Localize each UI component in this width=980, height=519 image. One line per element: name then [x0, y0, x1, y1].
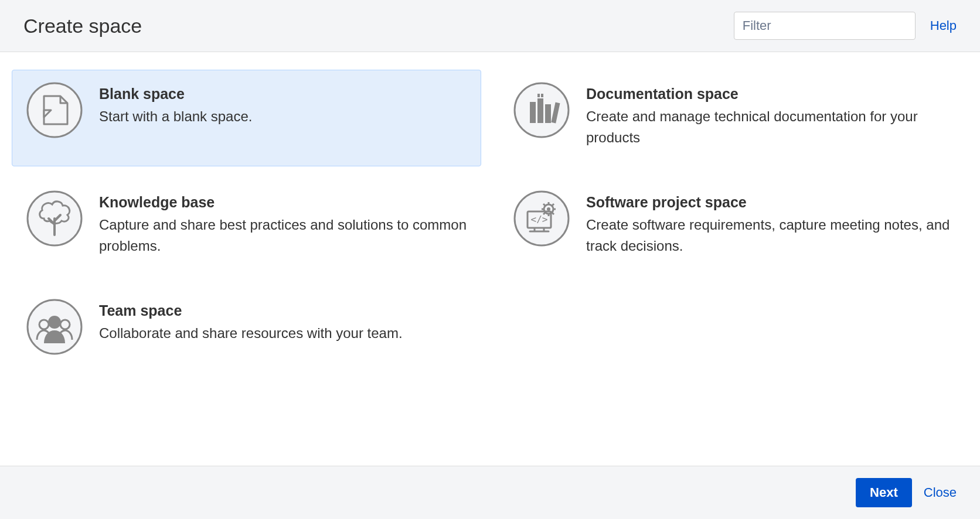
space-card-team[interactable]: Team space Collaborate and share resourc…: [12, 286, 481, 373]
space-card-blank[interactable]: Blank space Start with a blank space.: [12, 70, 481, 166]
svg-text:</>: </>: [531, 214, 548, 225]
svg-line-21: [543, 204, 545, 206]
close-button[interactable]: Close: [924, 485, 957, 500]
svg-rect-3: [537, 98, 543, 123]
books-icon: [513, 82, 570, 138]
header-controls: Help: [734, 12, 957, 40]
filter-input[interactable]: [734, 12, 916, 40]
card-title: Blank space: [99, 86, 467, 103]
svg-rect-7: [541, 94, 543, 97]
space-card-software[interactable]: </> Software project space Create softwa…: [499, 178, 968, 275]
card-description: Capture and share best practices and sol…: [99, 214, 467, 257]
card-text: Blank space Start with a blank space.: [99, 82, 467, 127]
svg-rect-6: [537, 94, 540, 97]
code-gear-icon: </>: [513, 190, 570, 247]
dialog-title: Create space: [23, 15, 142, 37]
tree-icon: [26, 190, 83, 247]
svg-line-24: [543, 213, 545, 214]
card-description: Start with a blank space.: [99, 106, 467, 127]
svg-line-23: [552, 204, 554, 206]
card-text: Knowledge base Capture and share best pr…: [99, 190, 467, 257]
blank-page-icon: [26, 82, 83, 138]
card-description: Collaborate and share resources with you…: [99, 323, 467, 344]
svg-rect-2: [530, 102, 536, 123]
card-text: Software project space Create software r…: [586, 190, 954, 257]
card-title: Documentation space: [586, 86, 954, 103]
dialog-footer: Next Close: [0, 466, 980, 519]
svg-point-16: [547, 207, 550, 211]
card-title: Software project space: [586, 194, 954, 211]
team-icon: [26, 299, 83, 355]
svg-point-0: [28, 83, 81, 137]
card-text: Documentation space Create and manage te…: [586, 82, 954, 148]
svg-rect-4: [545, 104, 551, 123]
dialog-header: Create space Help: [0, 0, 980, 52]
space-template-grid: Blank space Start with a blank space. Do…: [0, 52, 980, 466]
space-card-documentation[interactable]: Documentation space Create and manage te…: [499, 70, 968, 166]
card-title: Knowledge base: [99, 194, 467, 211]
svg-point-28: [48, 316, 61, 329]
card-text: Team space Collaborate and share resourc…: [99, 299, 467, 344]
space-card-knowledge[interactable]: Knowledge base Capture and share best pr…: [12, 178, 481, 275]
svg-line-22: [552, 213, 554, 214]
card-title: Team space: [99, 302, 467, 319]
next-button[interactable]: Next: [856, 478, 912, 507]
card-description: Create and manage technical documentatio…: [586, 106, 954, 148]
help-link[interactable]: Help: [930, 18, 957, 33]
card-description: Create software requirements, capture me…: [586, 214, 954, 257]
